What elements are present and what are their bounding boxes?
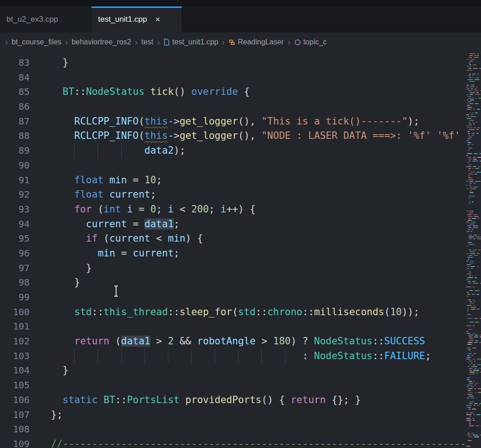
code-line[interactable]: 89 data2); — [0, 143, 481, 158]
line-number[interactable]: 83 — [0, 56, 30, 70]
code-token — [144, 349, 168, 364]
code-line[interactable]: 91 float min = 10; — [0, 173, 481, 188]
breadcrumb-item-method[interactable]: topic_c — [294, 38, 327, 46]
breadcrumb-item-file[interactable]: test_unit1.cpp — [163, 38, 218, 46]
code-token: { — [238, 86, 250, 97]
code-line[interactable]: 96 min = current; — [0, 246, 481, 261]
code-token: i — [221, 204, 227, 215]
line-number[interactable]: 104 — [0, 363, 30, 378]
code-token: SUCCESS — [384, 336, 426, 347]
code-line[interactable]: 87 RCLCPP_INFO(this->get_logger(), "This… — [0, 114, 481, 129]
line-number[interactable]: 90 — [0, 158, 30, 173]
code-text: //--------------------------------------… — [30, 437, 481, 448]
minimap[interactable] — [465, 52, 481, 448]
code-token: :: — [302, 306, 314, 317]
code-token: NodeStatus — [86, 86, 144, 97]
code-token — [104, 174, 110, 186]
breadcrumb-item-behaviortree_ros2[interactable]: behaviortree_ros2 — [72, 38, 131, 46]
code-line[interactable]: 84 — [0, 70, 481, 85]
line-number[interactable]: 85 — [0, 85, 30, 100]
code-token: this — [144, 116, 168, 127]
line-number[interactable]: 101 — [0, 319, 30, 334]
code-token: ( — [139, 116, 145, 127]
breadcrumb-item-bt_course_files[interactable]: bt_course_files — [12, 38, 62, 46]
line-number[interactable]: 86 — [0, 100, 30, 114]
tab-bt_u2_ex3[interactable]: bt_u2_ex3.cpp — [0, 6, 92, 32]
line-number[interactable]: 93 — [0, 202, 30, 217]
code-token: 200 — [191, 204, 209, 215]
line-number[interactable]: 106 — [0, 393, 30, 408]
code-token: data1 — [144, 218, 173, 230]
code-text — [30, 378, 51, 393]
code-text: } — [30, 56, 68, 70]
code-token: this — [144, 130, 168, 141]
code-text: float min = 10; — [30, 173, 162, 188]
code-token: providedPorts — [185, 394, 261, 405]
code-line[interactable]: 101 — [0, 319, 481, 334]
code-token — [98, 143, 121, 158]
code-line[interactable]: 98 } — [0, 275, 481, 290]
code-token — [238, 349, 262, 364]
code-line[interactable]: 107}; — [0, 408, 481, 423]
line-number[interactable]: 103 — [0, 349, 30, 364]
breadcrumb-item-test[interactable]: test — [142, 38, 154, 46]
breadcrumb-item-class[interactable]: ReadingLaser — [228, 38, 284, 46]
line-number[interactable]: 87 — [0, 114, 30, 129]
code-line[interactable]: 106 static BT::PortsList providedPorts()… — [0, 393, 481, 408]
code-line[interactable]: 88 RCLCPP_INFO(this->get_logger(), "NODE… — [0, 129, 481, 143]
code-line[interactable]: 93 for (int i = 0; i < 200; i++) { — [0, 202, 481, 217]
code-text: data2); — [30, 143, 185, 158]
breadcrumb: › bt_course_files › behaviortree_ros2 › … — [0, 32, 481, 52]
tab-test_unit1[interactable]: test_unit1.cpp × — [92, 6, 182, 32]
line-number[interactable]: 105 — [0, 378, 30, 393]
code-token: float — [74, 174, 104, 186]
code-token — [191, 349, 215, 364]
code-token: data1 — [121, 336, 150, 347]
line-number[interactable]: 102 — [0, 334, 30, 349]
code-line[interactable]: 102 return (data1 > 2 && robotAngle > 18… — [0, 334, 481, 349]
code-line[interactable]: 83 } — [0, 56, 481, 70]
code-line[interactable]: 95 if (current < min) { — [0, 231, 481, 246]
line-number[interactable]: 91 — [0, 173, 30, 188]
line-number[interactable]: 98 — [0, 275, 30, 290]
code-line[interactable]: 103 : NodeStatus::FAILURE; — [0, 349, 481, 364]
line-number[interactable]: 92 — [0, 187, 30, 202]
code-text — [30, 100, 51, 114]
code-token: ; — [174, 218, 180, 230]
line-number[interactable]: 94 — [0, 217, 30, 232]
line-number[interactable]: 88 — [0, 129, 30, 143]
line-number[interactable]: 96 — [0, 246, 30, 261]
code-line[interactable]: 90 — [0, 158, 481, 173]
line-number[interactable]: 107 — [0, 408, 30, 423]
code-line[interactable]: 97 } — [0, 261, 481, 276]
code-line[interactable]: 85 BT::NodeStatus tick() override { — [0, 85, 481, 100]
code-line[interactable]: 99 — [0, 290, 481, 305]
line-number[interactable]: 108 — [0, 422, 30, 437]
code-token: -> — [168, 130, 179, 141]
code-line[interactable]: 109//-----------------------------------… — [0, 437, 481, 448]
line-number[interactable]: 99 — [0, 290, 30, 305]
close-icon[interactable]: × — [154, 14, 162, 25]
code-token — [51, 350, 74, 361]
code-line[interactable]: 86 — [0, 100, 481, 114]
line-number[interactable]: 89 — [0, 143, 30, 158]
code-text: } — [30, 363, 68, 378]
code-line[interactable]: 92 float current; — [0, 187, 481, 202]
line-number[interactable]: 100 — [0, 305, 30, 320]
code-token: ; — [150, 189, 156, 200]
chevron-right-icon: › — [287, 37, 291, 47]
code-line[interactable]: 100 std::this_thread::sleep_for(std::chr… — [0, 305, 481, 320]
line-number[interactable]: 97 — [0, 261, 30, 276]
code-token: && — [174, 336, 197, 347]
line-number[interactable]: 84 — [0, 70, 30, 85]
code-text: static BT::PortsList providedPorts() { r… — [30, 393, 361, 408]
code-token: ; — [156, 204, 168, 215]
code-line[interactable]: 105 — [0, 378, 481, 393]
code-token: ) { — [185, 233, 203, 244]
code-token — [98, 349, 121, 364]
code-line[interactable]: 104 } — [0, 363, 481, 378]
line-number[interactable]: 109 — [0, 437, 30, 448]
code-line[interactable]: 108 — [0, 422, 481, 437]
code-line[interactable]: 94 current = data1; — [0, 217, 481, 232]
line-number[interactable]: 95 — [0, 231, 30, 246]
